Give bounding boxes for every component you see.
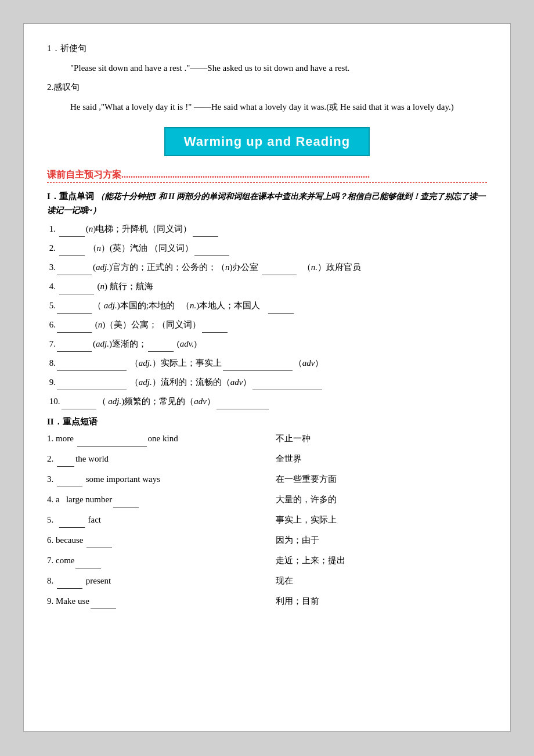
section1-title: 课前自主预习方案................................… [47, 169, 487, 183]
phrase-item-7: 7. come 走近；上来；提出 [47, 553, 487, 568]
phrase-item-4: 4. a large number 大量的，许多的 [47, 492, 487, 507]
vocab-item-8: 8. （adj.）实际上；事实上（adv） [47, 355, 487, 371]
phrase-item-6: 6. because 因为；由于 [47, 532, 487, 548]
warming-box-container: Warming up and Reading [47, 127, 487, 156]
item1-label: 1．祈使句 [47, 41, 487, 56]
warming-title: Warming up and Reading [164, 127, 370, 156]
item2-example: He said ,"What a lovely day it is !" ——H… [47, 100, 487, 115]
main-page: 1．祈使句 "Please sit down and have a rest .… [23, 23, 511, 732]
vocab-item-3: 3.(adj.)官方的；正式的；公务的；（n)办公室 （n.）政府官员 [47, 260, 487, 275]
phrase-item-1: 1. more one kind 不止一种 [47, 431, 487, 447]
vocab-item-4: 4. (n) 航行；航海 [47, 279, 487, 294]
item2-label: 2.感叹句 [47, 80, 487, 95]
phrase-item-2: 2. the world 全世界 [47, 451, 487, 467]
item1-example: "Please sit down and have a rest ."——She… [47, 61, 487, 76]
vocab-list: 1. (n)电梯；升降机（同义词） 2. （n）(英）汽油 （同义词） 3.(a… [47, 221, 487, 409]
phrases-list: 1. more one kind 不止一种 2. the world 全世界 3… [47, 431, 487, 609]
vocab-item-2: 2. （n）(英）汽油 （同义词） [47, 240, 487, 256]
intro-section: 1．祈使句 "Please sit down and have a rest .… [47, 41, 487, 114]
vocab-item-6: 6. (n)（美）公寓；（同义词） [47, 317, 487, 333]
vocab-item-5: 5.（ adj.)本国的;本地的 （n.)本地人；本国人 [47, 298, 487, 314]
roman1-heading: I．重点单词 （能花十分钟把I 和 II 两部分的单词和词组在课本中查出来并写上… [47, 190, 487, 218]
vocab-item-10: 10.（ adj.)频繁的；常见的（adv） [47, 394, 487, 409]
phrase-item-9: 9. Make use 利用；目前 [47, 593, 487, 609]
phrase-item-8: 8. present 现在 [47, 573, 487, 589]
roman2-heading: II．重点短语 [47, 416, 487, 427]
vocab-item-9: 9. （adj.）流利的；流畅的（adv） [47, 375, 487, 390]
phrase-item-3: 3. some important ways 在一些重要方面 [47, 471, 487, 487]
phrase-item-5: 5. fact 事实上，实际上 [47, 512, 487, 528]
vocab-item-1: 1. (n)电梯；升降机（同义词） [47, 221, 487, 237]
section2: II．重点短语 1. more one kind 不止一种 2. the wor… [47, 416, 487, 609]
vocab-item-7: 7.(adj.)逐渐的； (adv.) [47, 336, 487, 352]
